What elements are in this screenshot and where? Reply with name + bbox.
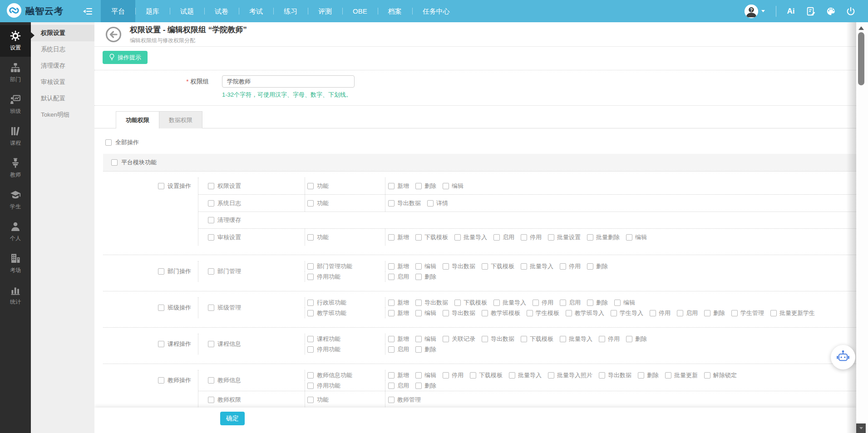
tips-button[interactable]: 操作提示 [103,51,148,64]
ai-icon[interactable]: Ai [781,0,801,22]
topbar-menu-item[interactable]: 任务中心 [412,0,460,22]
function-checkbox[interactable] [307,274,314,280]
function-checkbox[interactable] [307,336,314,342]
sidebar-item-个人[interactable]: 个人 [0,216,31,247]
group-checkbox[interactable] [158,305,164,311]
action-checkbox[interactable] [626,234,632,241]
topbar-menu-item[interactable]: 档案 [378,0,412,22]
action-checkbox[interactable] [388,336,395,342]
hamburger-icon[interactable] [83,7,93,16]
action-checkbox[interactable] [704,310,710,316]
action-checkbox[interactable] [454,300,461,306]
action-checkbox[interactable] [415,183,422,189]
action-checkbox[interactable] [548,372,554,379]
module-checkbox[interactable] [208,200,214,207]
action-checkbox[interactable] [665,372,671,379]
module-checkbox[interactable] [208,183,214,189]
module-checkbox[interactable] [208,217,214,223]
action-checkbox[interactable] [493,300,500,306]
avatar[interactable]: ? [745,5,758,18]
topbar-menu-item[interactable]: 评测 [308,0,342,22]
action-checkbox[interactable] [415,274,422,280]
scrollbar-thumb[interactable] [858,32,864,85]
scrollbar-up-arrow-icon[interactable] [858,26,864,30]
action-checkbox[interactable] [587,234,593,241]
action-checkbox[interactable] [650,310,656,316]
palette-icon[interactable] [821,0,841,22]
topbar-menu-item[interactable]: 题库 [135,0,170,22]
sidebar-item-课程[interactable]: 课程 [0,120,31,152]
action-checkbox[interactable] [443,310,449,316]
scrollbar-down-arrow-icon[interactable] [856,423,866,433]
select-all-checkbox[interactable] [105,139,112,146]
action-checkbox[interactable] [566,310,572,316]
action-checkbox[interactable] [548,234,554,241]
submenu-item-清理缓存[interactable]: 清理缓存 [31,58,94,74]
group-checkbox[interactable] [158,341,164,347]
tab-数据权限[interactable]: 数据权限 [159,111,202,128]
back-arrow-icon[interactable] [105,26,122,43]
function-checkbox[interactable] [307,200,314,207]
function-checkbox[interactable] [307,383,314,389]
action-checkbox[interactable] [415,383,422,389]
action-checkbox[interactable] [415,263,422,270]
function-checkbox[interactable] [307,346,314,353]
topbar-menu-item[interactable]: 平台 [101,0,135,22]
action-checkbox[interactable] [388,274,395,280]
action-checkbox[interactable] [470,372,476,379]
sidebar-item-班级[interactable]: 班级 [0,89,31,120]
submenu-item-默认配置[interactable]: 默认配置 [31,90,94,107]
action-checkbox[interactable] [611,310,617,316]
action-checkbox[interactable] [493,234,500,241]
action-checkbox[interactable] [677,310,683,316]
module-checkbox[interactable] [208,305,214,311]
permission-group-input[interactable] [222,75,355,88]
group-checkbox[interactable] [158,377,164,384]
action-checkbox[interactable] [388,346,395,353]
function-checkbox[interactable] [307,234,314,241]
action-checkbox[interactable] [388,300,395,306]
submenu-item-系统日志[interactable]: 系统日志 [31,41,94,58]
action-checkbox[interactable] [388,383,395,389]
action-checkbox[interactable] [415,372,422,379]
power-icon[interactable] [841,0,861,22]
tab-功能权限[interactable]: 功能权限 [116,111,159,128]
topbar-menu-item[interactable]: 练习 [273,0,308,22]
action-checkbox[interactable] [521,336,527,342]
action-checkbox[interactable] [443,263,449,270]
action-checkbox[interactable] [521,263,527,270]
action-checkbox[interactable] [388,234,395,241]
module-checkbox[interactable] [208,397,214,403]
notes-icon[interactable] [801,0,821,22]
assistant-fab[interactable] [831,345,855,369]
function-checkbox[interactable] [307,300,314,306]
caret-down-icon[interactable] [761,10,765,12]
action-checkbox[interactable] [560,300,566,306]
function-checkbox[interactable] [307,183,314,189]
submenu-item-Token明细[interactable]: Token明细 [31,107,94,123]
action-checkbox[interactable] [533,300,539,306]
action-checkbox[interactable] [388,200,395,207]
action-checkbox[interactable] [560,336,566,342]
submenu-item-审核设置[interactable]: 审核设置 [31,74,94,90]
platform-modules-checkbox[interactable] [111,159,118,166]
action-checkbox[interactable] [560,263,566,270]
topbar-menu-item[interactable]: 试题 [170,0,204,22]
group-checkbox[interactable] [158,183,164,189]
action-checkbox[interactable] [388,310,395,316]
action-checkbox[interactable] [527,310,533,316]
action-checkbox[interactable] [388,183,395,189]
action-checkbox[interactable] [454,234,461,241]
action-checkbox[interactable] [415,336,422,342]
module-checkbox[interactable] [208,377,214,384]
action-checkbox[interactable] [482,263,488,270]
function-checkbox[interactable] [307,372,314,379]
action-checkbox[interactable] [638,372,644,379]
sidebar-item-统计[interactable]: 统计 [0,279,31,311]
scrollbar[interactable] [856,22,868,433]
action-checkbox[interactable] [443,336,449,342]
action-checkbox[interactable] [443,183,449,189]
function-checkbox[interactable] [307,263,314,270]
action-checkbox[interactable] [509,372,515,379]
sidebar-item-设置[interactable]: 设置 [0,25,31,57]
